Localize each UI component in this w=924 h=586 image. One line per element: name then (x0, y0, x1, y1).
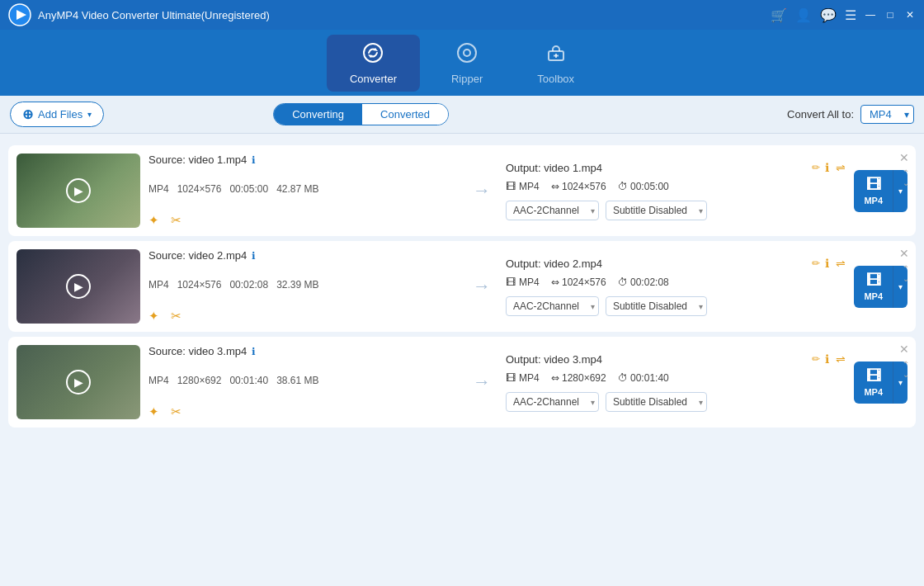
edit-icon-3[interactable]: ✏ (812, 353, 820, 365)
ripper-icon (455, 41, 478, 69)
move-up-icon-2[interactable]: ⌃ (903, 264, 909, 273)
output-format-badge-2: 🎞 MP4 (506, 276, 540, 288)
scissors-icon-3[interactable]: ✂ (171, 404, 182, 419)
output-sliders-icon-3[interactable]: ⇌ (836, 352, 846, 366)
clip-icon-3[interactable]: ✦ (148, 404, 159, 419)
format-label-1: MP4 (864, 196, 883, 206)
source-label-1: Source: video 1.mp4 ℹ (148, 154, 458, 166)
output-panel-3: Output: video 3.mp4 ✏ ℹ ⇌ 🎞 MP4 ⇔ 1280×6… (506, 345, 846, 419)
file-meta-1: MP4 1024×576 00:05:00 42.87 MB (148, 183, 458, 195)
convert-all-to: Convert All to: MP4 MKV AVI (787, 105, 914, 124)
subtitle-select-1[interactable]: Subtitle Disabled (606, 201, 707, 220)
file-actions-2: ✦ ✂ (148, 309, 458, 324)
file-info-3: Source: video 3.mp4 ℹ MP4 1280×692 00:01… (148, 345, 458, 419)
output-header-1: Output: video 1.mp4 ✏ ℹ ⇌ (506, 161, 846, 174)
edit-icon-2[interactable]: ✏ (812, 258, 820, 269)
edit-icon-1[interactable]: ✏ (812, 162, 820, 173)
add-files-arrow-icon: ▾ (87, 110, 92, 119)
app-title: AnyMP4 Video Converter Ultimate(Unregist… (38, 9, 771, 21)
file-list: ▶ Source: video 1.mp4 ℹ MP4 1024×576 00:… (0, 134, 924, 586)
scissors-icon-1[interactable]: ✂ (171, 213, 182, 228)
subtitle-select-2[interactable]: Subtitle Disabled (606, 296, 707, 316)
nav-item-converter[interactable]: Converter (327, 35, 420, 92)
format-film-icon-1: 🎞 (866, 177, 881, 194)
info-icon-2[interactable]: ℹ (252, 250, 256, 262)
convert-format-select[interactable]: MP4 MKV AVI (860, 105, 914, 124)
tab-converting[interactable]: Converting (274, 104, 362, 125)
output-info-icon-3[interactable]: ℹ (825, 352, 829, 366)
file-actions-3: ✦ ✂ (148, 404, 458, 419)
remove-button-2[interactable]: ✕ (899, 248, 909, 259)
item-nav-2: ⌃ ⌄ (903, 264, 909, 283)
output-format-badge-1: 🎞 MP4 (506, 181, 540, 192)
convert-format-wrapper: MP4 MKV AVI (860, 105, 914, 124)
chat-icon[interactable]: 💬 (820, 7, 837, 23)
clip-icon-2[interactable]: ✦ (148, 309, 159, 324)
close-button[interactable]: ✕ (904, 9, 916, 21)
move-up-icon-1[interactable]: ⌃ (903, 168, 909, 177)
audio-select-wrap-2: AAC-2Channel (506, 296, 599, 316)
info-icon-3[interactable]: ℹ (252, 346, 256, 357)
format-btn-group-2: 🎞 MP4 ▾ (854, 266, 908, 308)
titlebar-actions: 🛒 👤 💬 ☰ — □ ✕ (771, 7, 916, 23)
output-sliders-icon-1[interactable]: ⇌ (836, 161, 846, 174)
output-info-icon-1[interactable]: ℹ (825, 161, 829, 174)
format-btn-group-3: 🎞 MP4 ▾ (854, 362, 908, 404)
nav-item-ripper[interactable]: Ripper (428, 35, 506, 92)
remove-button-1[interactable]: ✕ (899, 152, 909, 163)
move-down-icon-2[interactable]: ⌄ (903, 274, 909, 283)
info-icon-1[interactable]: ℹ (252, 154, 256, 166)
play-button-2[interactable]: ▶ (66, 274, 91, 299)
file-item-1: ▶ Source: video 1.mp4 ℹ MP4 1024×576 00:… (8, 145, 916, 236)
output-info-icon-2[interactable]: ℹ (825, 257, 829, 270)
format-film-icon-3: 🎞 (866, 368, 881, 385)
format-button-2[interactable]: 🎞 MP4 (854, 266, 893, 308)
output-title-2: Output: video 2.mp4 (506, 258, 807, 270)
output-selects-1: AAC-2Channel Subtitle Disabled (506, 201, 846, 220)
svg-point-6 (464, 50, 470, 56)
source-label-2: Source: video 2.mp4 ℹ (148, 249, 458, 262)
svg-point-5 (458, 44, 476, 62)
file-item-3: ▶ Source: video 3.mp4 ℹ MP4 1280×692 00:… (8, 337, 916, 428)
file-item-2: ▶ Source: video 2.mp4 ℹ MP4 1024×576 00:… (8, 241, 916, 332)
scissors-icon-2[interactable]: ✂ (171, 309, 182, 324)
add-files-button[interactable]: ⊕ Add Files ▾ (10, 102, 104, 127)
move-up-icon-3[interactable]: ⌃ (903, 360, 909, 369)
tab-group: Converting Converted (273, 103, 449, 125)
arrow-separator-2: → (466, 276, 497, 297)
subtitle-select-3[interactable]: Subtitle Disabled (606, 392, 707, 412)
user-icon[interactable]: 👤 (795, 7, 812, 23)
output-selects-3: AAC-2Channel Subtitle Disabled (506, 392, 846, 412)
maximize-button[interactable]: □ (884, 9, 896, 21)
audio-select-3[interactable]: AAC-2Channel (506, 392, 599, 412)
remove-button-3[interactable]: ✕ (899, 343, 909, 355)
output-panel-2: Output: video 2.mp4 ✏ ℹ ⇌ 🎞 MP4 ⇔ 1024×5… (506, 249, 846, 324)
move-down-icon-3[interactable]: ⌄ (903, 370, 909, 379)
subtitle-select-wrap-2: Subtitle Disabled (606, 296, 707, 316)
nav-item-toolbox[interactable]: Toolbox (514, 35, 597, 92)
clip-icon-1[interactable]: ✦ (148, 213, 159, 228)
menu-icon[interactable]: ☰ (845, 7, 856, 23)
converter-icon (361, 41, 384, 69)
play-button-3[interactable]: ▶ (66, 370, 91, 395)
svg-point-2 (364, 44, 382, 62)
cart-icon[interactable]: 🛒 (771, 7, 787, 23)
format-button-1[interactable]: 🎞 MP4 (854, 170, 893, 212)
output-sliders-icon-2[interactable]: ⇌ (836, 257, 846, 270)
tab-converted[interactable]: Converted (362, 104, 448, 125)
file-thumbnail-2: ▶ (16, 249, 140, 324)
output-format-badge-3: 🎞 MP4 (506, 372, 540, 384)
play-button-1[interactable]: ▶ (66, 178, 91, 203)
format-button-3[interactable]: 🎞 MP4 (854, 362, 893, 404)
output-title-1: Output: video 1.mp4 (506, 162, 807, 174)
audio-select-2[interactable]: AAC-2Channel (506, 296, 599, 316)
nav-bar: Converter Ripper Toolbox (0, 30, 924, 96)
format-label-2: MP4 (864, 291, 883, 301)
plus-icon: ⊕ (22, 106, 33, 122)
convert-all-to-label: Convert All to: (787, 108, 854, 121)
minimize-button[interactable]: — (865, 9, 876, 21)
format-label-3: MP4 (864, 387, 883, 397)
move-down-icon-1[interactable]: ⌄ (903, 178, 909, 187)
audio-select-1[interactable]: AAC-2Channel (506, 201, 599, 220)
format-btn-group-1: 🎞 MP4 ▾ (854, 170, 908, 212)
